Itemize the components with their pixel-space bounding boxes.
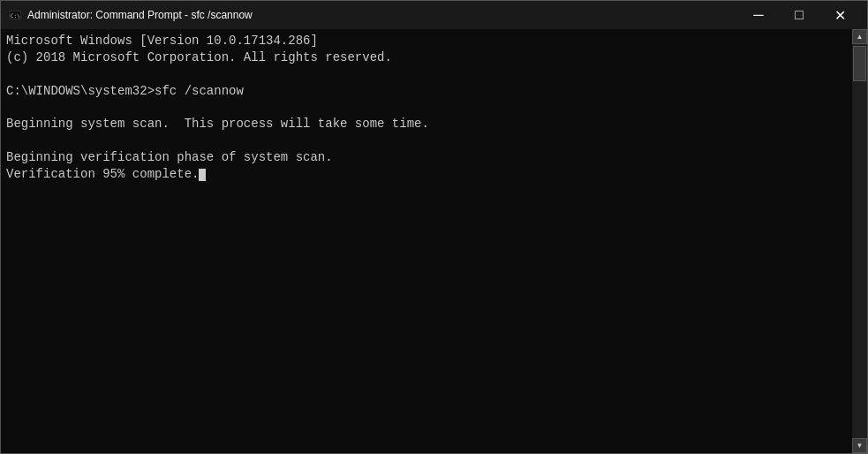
scroll-down-button[interactable]: ▼: [852, 438, 867, 453]
maximize-button[interactable]: □: [779, 1, 819, 29]
minimize-button[interactable]: ─: [738, 1, 779, 29]
scrollbar[interactable]: ▲ ▼: [852, 29, 867, 453]
cmd-window: C:\ Administrator: Command Prompt - sfc …: [0, 0, 868, 454]
scrollbar-track[interactable]: [852, 44, 867, 438]
scroll-up-button[interactable]: ▲: [852, 29, 867, 44]
console-output: Microsoft Windows [Version 10.0.17134.28…: [6, 33, 847, 183]
title-bar: C:\ Administrator: Command Prompt - sfc …: [1, 1, 867, 29]
close-button[interactable]: ✕: [819, 1, 860, 29]
scrollbar-thumb[interactable]: [853, 46, 866, 81]
window-controls: ─ □ ✕: [738, 1, 860, 29]
svg-text:C:\: C:\: [11, 12, 20, 19]
console-content[interactable]: Microsoft Windows [Version 10.0.17134.28…: [1, 29, 852, 453]
console-area: Microsoft Windows [Version 10.0.17134.28…: [1, 29, 867, 453]
window-title: Administrator: Command Prompt - sfc /sca…: [27, 9, 738, 21]
cmd-icon: C:\: [8, 8, 22, 22]
